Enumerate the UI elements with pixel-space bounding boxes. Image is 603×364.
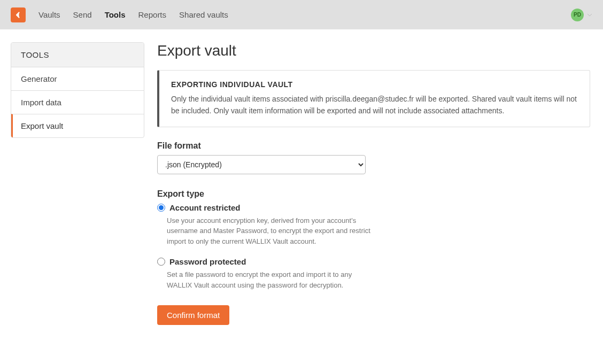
top-navbar: Vaults Send Tools Reports Shared vaults …: [0, 0, 603, 29]
radio-account-restricted[interactable]: [157, 204, 165, 212]
chevron-down-icon[interactable]: [587, 11, 592, 19]
radio-option-account-restricted: Account restricted Use your account encr…: [157, 203, 371, 247]
radio-desc-password-protected: Set a file password to encrypt the expor…: [157, 269, 371, 290]
export-type-label: Export type: [157, 189, 590, 199]
export-type-field: Export type Account restricted Use your …: [157, 189, 590, 291]
topbar-right: PD: [571, 9, 592, 21]
nav-reports[interactable]: Reports: [138, 10, 167, 19]
sidebar: TOOLS Generator Import data Export vault: [11, 42, 144, 138]
main-content: Export vault EXPORTING INDIVIDUAL VAULT …: [157, 42, 590, 325]
file-format-select[interactable]: .json (Encrypted): [157, 155, 366, 174]
radio-row-password-protected[interactable]: Password protected: [157, 257, 371, 266]
radio-desc-account-restricted: Use your account encryption key, derived…: [157, 215, 371, 247]
user-avatar[interactable]: PD: [571, 9, 584, 21]
export-callout: EXPORTING INDIVIDUAL VAULT Only the indi…: [157, 70, 590, 127]
sidebar-header: TOOLS: [11, 43, 144, 67]
callout-title: EXPORTING INDIVIDUAL VAULT: [171, 80, 578, 89]
app-logo[interactable]: [11, 7, 26, 22]
nav-tools[interactable]: Tools: [105, 10, 126, 19]
callout-body: Only the individual vault items associat…: [171, 93, 578, 117]
radio-option-password-protected: Password protected Set a file password t…: [157, 257, 371, 290]
confirm-format-button[interactable]: Confirm format: [157, 305, 229, 325]
nav-shared-vaults[interactable]: Shared vaults: [179, 10, 228, 19]
radio-label-password-protected: Password protected: [169, 257, 246, 266]
radio-row-account-restricted[interactable]: Account restricted: [157, 203, 371, 212]
file-format-label: File format: [157, 141, 590, 151]
sidebar-item-generator[interactable]: Generator: [11, 67, 144, 90]
radio-label-account-restricted: Account restricted: [169, 203, 241, 212]
sidebar-item-export-vault[interactable]: Export vault: [11, 114, 144, 137]
sidebar-item-import-data[interactable]: Import data: [11, 90, 144, 114]
page-title: Export vault: [157, 42, 590, 59]
page-layout: TOOLS Generator Import data Export vault…: [0, 29, 603, 338]
file-format-field: File format .json (Encrypted): [157, 141, 590, 174]
nav-vaults[interactable]: Vaults: [38, 10, 60, 19]
logo-icon: [13, 10, 23, 20]
nav-send[interactable]: Send: [73, 10, 92, 19]
nav-items: Vaults Send Tools Reports Shared vaults: [38, 10, 228, 19]
radio-password-protected[interactable]: [157, 258, 165, 266]
